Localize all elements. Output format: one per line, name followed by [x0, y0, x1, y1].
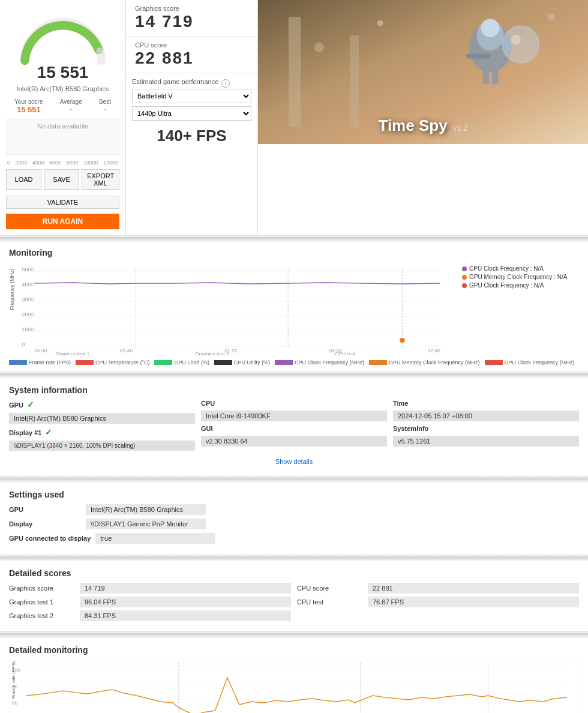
monitoring-content: 5000 4000 3000 2000 1000 0 Frequency (MH…: [9, 262, 579, 357]
mini-chart: No data available: [6, 119, 119, 155]
svg-point-0: [96, 47, 103, 54]
graphics-score-entry-value: 14 719: [80, 583, 291, 594]
svg-point-31: [400, 338, 404, 343]
graphics-test1-entry: Graphics test 1 96.04 FPS: [9, 597, 291, 607]
hero-title-container: Time Spy v1.2: [378, 116, 467, 135]
gpu-memory-dot: [462, 275, 467, 280]
cpu-temp-label: CPU Temperature (°C): [95, 360, 149, 366]
monitoring-section: Monitoring 5000 4000 3000 2000 1000 0 Fr…: [0, 242, 588, 372]
gpu-value-row: Intel(R) Arc(TM) B580 Graphics: [9, 413, 195, 424]
gpu-mem-freq-label: GPU Memory Clock Frequency (MHz): [389, 360, 480, 366]
cpu-utility-color-bar: [214, 360, 232, 365]
gpu-check-icon: ✓: [27, 400, 34, 409]
load-button[interactable]: LOAD: [6, 169, 41, 190]
fps-display: 140+ FPS: [132, 124, 251, 148]
gpu-clock-freq-label: GPU Clock Frequency (MHz): [505, 360, 575, 366]
settings-section: Settings used GPU Intel(R) Arc(TM) B580 …: [0, 483, 588, 555]
legend-gpu-clock-freq: GPU Clock Frequency (MHz): [485, 360, 575, 366]
legend-gpu-load: GPU Load (%): [154, 360, 209, 366]
system-info-title: System information: [9, 385, 579, 395]
svg-text:60: 60: [12, 700, 18, 706]
gauge-container: [9, 6, 117, 66]
fps-label: Frame rate (FPS): [29, 360, 71, 366]
cpu-score-entry-value: 22 881: [368, 583, 579, 594]
svg-text:02:00: 02:00: [329, 348, 343, 353]
gui-label: GUI: [201, 425, 213, 432]
settings-display-value: \\DISPLAY1 Generic PnP Monitor: [86, 519, 206, 529]
settings-gpu-connected-label: GPU connected to display: [9, 535, 91, 542]
scores-right-col: CPU score 22 881 CPU test 76.87 FPS: [297, 583, 579, 624]
run-again-button[interactable]: RUN AGAIN: [6, 214, 119, 229]
validate-button[interactable]: VALIDATE: [6, 196, 119, 209]
cpu-row: CPU: [201, 400, 387, 407]
your-score-col: Your score 15 551: [14, 98, 43, 114]
center-panel: Graphics score 14 719 CPU score 22 881 E…: [126, 0, 258, 235]
display-value: \\DISPLAY1 (3840 × 2160, 100% DPI scalin…: [9, 441, 195, 451]
svg-text:2000: 2000: [22, 311, 34, 317]
legend-cpu-utility: CPU Utility (%): [214, 360, 270, 366]
systeminfo-label: SystemInfo: [393, 425, 428, 432]
cpu-freq-color-bar: [275, 360, 293, 365]
your-score-label: Your score: [14, 98, 43, 105]
svg-rect-9: [492, 69, 498, 84]
cpu-score-entry: CPU score 22 881: [297, 583, 579, 594]
time-value-row: 2024-12-05 15:07 +08:00: [393, 411, 579, 421]
scores-grid: Graphics score 14 719 Graphics test 1 96…: [9, 583, 579, 624]
cpu-clock-label: CPU Clock Frequency : N/A: [469, 265, 544, 272]
svg-point-6: [511, 35, 521, 44]
show-details-link[interactable]: Show details: [275, 458, 313, 465]
cpu-score-big: 22 881: [135, 49, 248, 68]
gpu-mem-freq-color-bar: [369, 360, 387, 365]
time-label: Time: [393, 400, 408, 407]
graphics-test1-value: 96.04 FPS: [80, 597, 291, 607]
color-bar-legend: Frame rate (FPS) CPU Temperature (°C) GP…: [9, 360, 579, 366]
cpu-test-value: 76.87 FPS: [368, 597, 579, 607]
svg-rect-10: [289, 17, 301, 127]
svg-text:Frequency (MHz): Frequency (MHz): [9, 269, 15, 310]
fps-chart-container: 100 80 60 40 Graphics test 1 Graphics te…: [9, 660, 579, 713]
no-data-label: No data available: [7, 119, 119, 133]
svg-text:Frame rate (FPS): Frame rate (FPS): [11, 661, 16, 699]
cpu-value: Intel Core i9-14900KF: [201, 411, 387, 421]
gpu-label: GPU ✓: [9, 400, 34, 409]
gpu-name: Intel(R) Arc(TM) B580 Graphics: [6, 85, 119, 92]
save-button[interactable]: SAVE: [44, 169, 79, 190]
best-value: -: [99, 105, 111, 112]
game-select[interactable]: Battlefield V: [132, 89, 251, 103]
svg-point-5: [502, 26, 539, 63]
fps-chart-svg: 100 80 60 40 Graphics test 1 Graphics te…: [9, 660, 579, 713]
display-check-icon: ✓: [45, 427, 52, 437]
hero-benchmark-name: Time Spy: [378, 116, 447, 134]
svg-rect-7: [466, 53, 490, 58]
svg-text:02:40: 02:40: [428, 348, 441, 353]
gpu-load-label: GPU Load (%): [174, 360, 209, 366]
best-label: Best: [99, 98, 111, 105]
your-score-value: 15 551: [14, 105, 43, 114]
detailed-monitoring-section: Detailed monitoring 100 80 60 40 Graphic…: [0, 638, 588, 713]
graphics-score-entry-label: Graphics score: [9, 585, 75, 592]
export-xml-button[interactable]: EXPORT XML: [82, 169, 119, 190]
svg-text:1000: 1000: [22, 326, 34, 332]
graphics-score-entry: Graphics score 14 719: [9, 583, 291, 594]
settings-gpu-value: Intel(R) Arc(TM) B580 Graphics: [86, 504, 206, 515]
svg-text:00:40: 00:40: [120, 348, 133, 353]
legend-cpu-freq: CPU Clock Frequency (MHz): [275, 360, 364, 366]
systeminfo-value: v5.75.1261: [393, 436, 579, 447]
cpu-test-entry: CPU test 76.87 FPS: [297, 597, 579, 607]
monitoring-title: Monitoring: [9, 248, 579, 257]
sysinfo-col1: GPU ✓ Intel(R) Arc(TM) B580 Graphics Dis…: [9, 400, 195, 454]
settings-display-row: Display \\DISPLAY1 Generic PnP Monitor: [9, 519, 579, 529]
action-buttons-row: LOAD SAVE EXPORT XML: [6, 169, 119, 190]
cpu-utility-label: CPU Utility (%): [234, 360, 270, 366]
detailed-scores-section: Detailed scores Graphics score 14 719 Gr…: [0, 561, 588, 632]
systeminfo-row: SystemInfo: [393, 425, 579, 432]
legend-gpu-clock: GPU Clock Frequency : N/A: [462, 282, 576, 289]
svg-text:00:00: 00:00: [34, 348, 47, 353]
svg-point-14: [548, 13, 555, 20]
resolution-select[interactable]: 1440p Ultra: [132, 106, 251, 121]
info-icon[interactable]: i: [221, 79, 230, 88]
left-panel: 15 551 Intel(R) Arc(TM) B580 Graphics Yo…: [0, 0, 126, 235]
section-divider-3: [0, 478, 588, 481]
settings-gpu-label: GPU: [9, 506, 81, 513]
gpu-memory-label: GPU Memory Clock Frequency : N/A: [469, 274, 567, 280]
